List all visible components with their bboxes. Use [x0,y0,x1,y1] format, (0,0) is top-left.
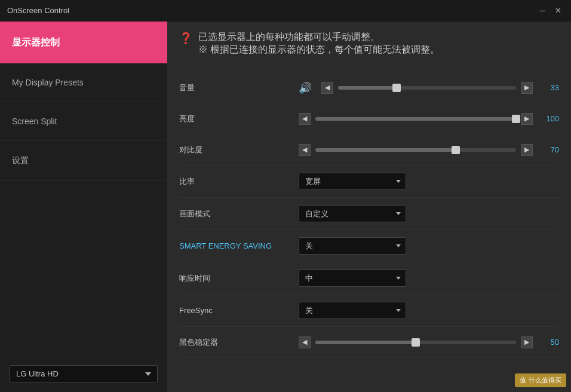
controls-area: 音量 🔊 ◀ ▶ 33 亮度 [167,66,571,392]
black-stabilizer-slider-thumb[interactable] [412,338,420,347]
volume-slider-thumb[interactable] [392,84,401,92]
volume-value: 33 [538,83,559,92]
title-bar: OnScreen Control ─ ✕ [0,0,571,22]
response-time-dropdown-area: 中 快速 更快 [299,270,559,287]
brightness-slider-area: ◀ ▶ 100 [299,113,559,125]
freesync-label: FreeSync [179,306,299,315]
sidebar-footer: LG Ultra HD [0,356,167,392]
black-stabilizer-slider-fill [315,341,416,344]
response-time-label: 响应时间 [179,273,299,284]
contrast-value: 70 [538,145,559,154]
volume-slider-area: 🔊 ◀ ▶ 33 [299,81,559,94]
picture-mode-label: 画面模式 [179,209,299,219]
close-button[interactable]: ✕ [552,6,564,15]
sidebar-item-screen-split[interactable]: Screen Split [0,102,167,141]
smart-energy-control-row: SMART ENERGY SAVING 关 开 高 低 [179,230,559,262]
smart-energy-dropdown-area: 关 开 高 低 [299,237,559,255]
watermark-icon: 值 [520,376,526,385]
main-content: ❓ 已选显示器上的每种功能都可以手动调整。 ※ 根据已连接的显示器的状态，每个值… [167,22,571,392]
brightness-slider-track[interactable] [315,117,516,121]
brightness-control-row: 亮度 ◀ ▶ 100 [179,103,559,134]
brightness-value: 100 [538,114,559,123]
response-time-select[interactable]: 中 快速 更快 [299,270,406,287]
sidebar-item-settings-label: 设置 [12,155,29,165]
black-stabilizer-slider-track[interactable] [315,341,516,344]
volume-icon: 🔊 [299,81,312,94]
black-stabilizer-increase-button[interactable]: ▶ [521,336,533,348]
info-icon: ❓ [179,32,192,45]
smart-energy-select[interactable]: 关 开 高 低 [299,237,406,255]
sidebar-item-screen-split-label: Screen Split [12,117,57,126]
black-stabilizer-label: 黑色稳定器 [179,337,299,348]
freesync-control-row: FreeSync 关 开 [179,295,559,327]
header-line2: ※ 根据已连接的显示器的状态，每个值可能无法被调整。 [198,44,440,56]
watermark-text: 什么值得买 [529,376,561,385]
brightness-slider-fill [315,117,516,121]
volume-increase-button[interactable]: ▶ [521,82,533,94]
contrast-label: 对比度 [179,145,299,155]
header-line1: 已选显示器上的每种功能都可以手动调整。 [198,31,440,44]
contrast-slider-track[interactable] [315,148,516,152]
sidebar-item-presets[interactable]: My Display Presets [0,63,167,102]
main-header-text: 已选显示器上的每种功能都可以手动调整。 ※ 根据已连接的显示器的状态，每个值可能… [198,31,440,56]
sidebar-item-settings[interactable]: 设置 [0,141,167,181]
smart-energy-label: SMART ENERGY SAVING [179,241,299,250]
sidebar-item-presets-label: My Display Presets [12,78,84,87]
volume-control-row: 音量 🔊 ◀ ▶ 33 [179,72,559,103]
freesync-select[interactable]: 关 开 [299,302,406,319]
ratio-label: 比率 [179,176,299,187]
monitor-select[interactable]: LG Ultra HD [10,365,158,382]
black-stabilizer-control-row: 黑色稳定器 ◀ ▶ 50 [179,327,559,358]
window-controls: ─ ✕ [538,6,564,15]
ratio-dropdown-area: 宽屏 原始 4:3 [299,173,559,190]
volume-slider-track[interactable] [338,86,516,90]
picture-mode-control-row: 画面模式 自定义 鲜艳 标准 [179,198,559,230]
contrast-decrease-button[interactable]: ◀ [299,144,311,156]
picture-mode-select[interactable]: 自定义 鲜艳 标准 [299,205,406,222]
black-stabilizer-slider-area: ◀ ▶ 50 [299,336,559,348]
ratio-control-row: 比率 宽屏 原始 4:3 [179,166,559,198]
contrast-slider-area: ◀ ▶ 70 [299,144,559,156]
contrast-increase-button[interactable]: ▶ [521,144,533,156]
contrast-slider-fill [315,148,456,152]
watermark: 值 什么值得买 [515,373,566,387]
sidebar-header-label: 显示器控制 [12,36,60,49]
sidebar-header: 显示器控制 [0,22,167,63]
black-stabilizer-decrease-button[interactable]: ◀ [299,336,311,348]
app-title: OnScreen Control [7,6,69,15]
minimize-button[interactable]: ─ [538,6,548,15]
ratio-select[interactable]: 宽屏 原始 4:3 [299,173,406,190]
brightness-increase-button[interactable]: ▶ [521,113,533,125]
brightness-decrease-button[interactable]: ◀ [299,113,311,125]
volume-slider-fill [338,86,397,90]
volume-label: 音量 [179,82,299,93]
contrast-control-row: 对比度 ◀ ▶ 70 [179,134,559,166]
freesync-dropdown-area: 关 开 [299,302,559,319]
app-body: 显示器控制 My Display Presets Screen Split 设置… [0,22,571,392]
black-stabilizer-value: 50 [538,338,559,347]
picture-mode-dropdown-area: 自定义 鲜艳 标准 [299,205,559,222]
contrast-slider-thumb[interactable] [452,146,460,154]
main-header: ❓ 已选显示器上的每种功能都可以手动调整。 ※ 根据已连接的显示器的状态，每个值… [167,22,571,66]
sidebar-spacer [0,181,167,356]
sidebar: 显示器控制 My Display Presets Screen Split 设置… [0,22,167,392]
response-time-control-row: 响应时间 中 快速 更快 [179,262,559,295]
volume-decrease-button[interactable]: ◀ [321,82,333,94]
brightness-label: 亮度 [179,114,299,124]
brightness-slider-thumb[interactable] [512,115,520,123]
